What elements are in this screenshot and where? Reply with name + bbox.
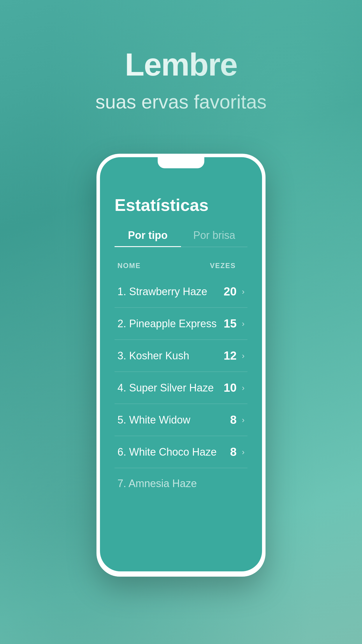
- screen-content: Estatísticas Por tipo Por brisa NOME VEZ…: [100, 178, 262, 499]
- tab-por-tipo[interactable]: Por tipo: [115, 229, 181, 247]
- chevron-icon-4: ›: [242, 383, 245, 393]
- tabs-container: Por tipo Por brisa: [115, 229, 247, 247]
- list-item[interactable]: 5. White Widow 8 ›: [115, 404, 247, 436]
- hero-title: Lembre: [0, 47, 362, 82]
- chevron-icon-2: ›: [242, 319, 245, 328]
- item-right-1: 20 ›: [224, 285, 245, 298]
- phone-screen: Estatísticas Por tipo Por brisa NOME VEZ…: [100, 157, 262, 571]
- col-vezes-label: VEZES: [210, 262, 236, 270]
- hero-subtitle: suas ervas favoritas: [0, 91, 362, 113]
- item-count-6: 8: [230, 445, 236, 459]
- item-name-5: 5. White Widow: [117, 414, 190, 426]
- item-count-1: 20: [224, 285, 237, 298]
- table-header: NOME VEZES: [115, 262, 247, 270]
- chevron-icon-3: ›: [242, 351, 245, 360]
- item-name-4: 4. Super Silver Haze: [117, 382, 214, 394]
- list-item[interactable]: 1. Strawberry Haze 20 ›: [115, 276, 247, 308]
- item-right-2: 15 ›: [224, 317, 245, 330]
- hero-section: Lembre suas ervas favoritas: [0, 0, 362, 136]
- item-name-7: 7. Amnesia Haze: [117, 477, 197, 490]
- chevron-icon-6: ›: [242, 447, 245, 457]
- item-name-1: 1. Strawberry Haze: [117, 286, 207, 298]
- list-item[interactable]: 7. Amnesia Haze: [115, 468, 247, 499]
- item-name-6: 6. White Choco Haze: [117, 446, 217, 458]
- screen-title: Estatísticas: [115, 195, 247, 215]
- col-nome-label: NOME: [117, 262, 141, 270]
- chevron-icon-5: ›: [242, 415, 245, 425]
- tab-por-brisa[interactable]: Por brisa: [181, 229, 247, 247]
- item-count-3: 12: [224, 349, 237, 362]
- chevron-icon-1: ›: [242, 287, 245, 296]
- phone-notch: [158, 157, 204, 168]
- item-name-3: 3. Kosher Kush: [117, 350, 189, 362]
- list-item[interactable]: 6. White Choco Haze 8 ›: [115, 436, 247, 468]
- item-right-6: 8 ›: [230, 445, 245, 459]
- item-name-2: 2. Pineapple Express: [117, 318, 217, 330]
- phone-wrapper: Estatísticas Por tipo Por brisa NOME VEZ…: [0, 136, 362, 577]
- list-item[interactable]: 3. Kosher Kush 12 ›: [115, 340, 247, 372]
- item-right-4: 10 ›: [224, 381, 245, 394]
- item-right-5: 8 ›: [230, 413, 245, 426]
- phone-frame: Estatísticas Por tipo Por brisa NOME VEZ…: [96, 154, 266, 577]
- item-count-2: 15: [224, 317, 237, 330]
- item-count-5: 8: [230, 413, 236, 426]
- list-item[interactable]: 4. Super Silver Haze 10 ›: [115, 372, 247, 404]
- item-right-3: 12 ›: [224, 349, 245, 362]
- list-item[interactable]: 2. Pineapple Express 15 ›: [115, 308, 247, 340]
- item-count-4: 10: [224, 381, 237, 394]
